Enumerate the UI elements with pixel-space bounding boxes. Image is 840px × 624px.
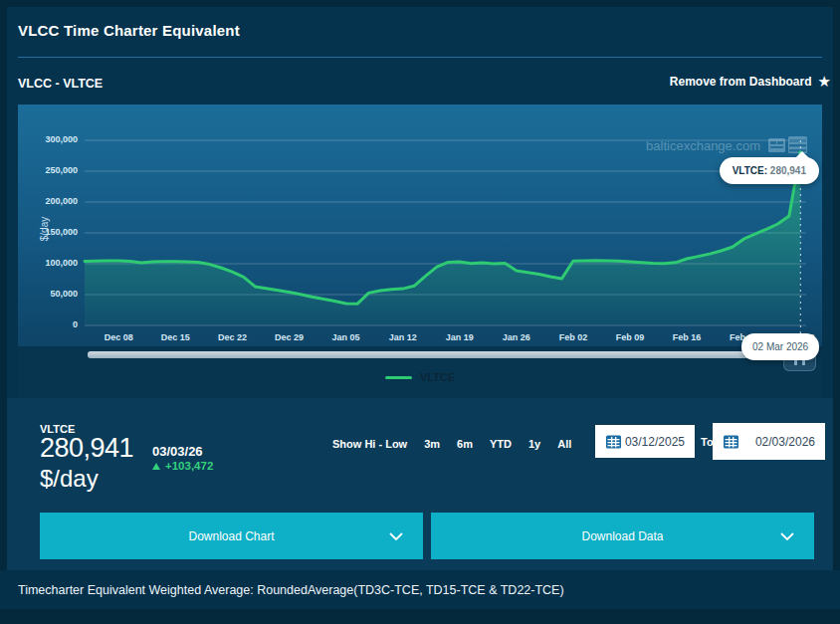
remove-from-dashboard-label: Remove from Dashboard	[670, 75, 812, 89]
date-to-value: 02/03/2026	[755, 435, 815, 449]
y-tick-label: 150,000	[18, 227, 78, 237]
stat-change-value: +103,472	[165, 460, 213, 472]
chart-scrollbar-track[interactable]	[88, 351, 781, 358]
range-buttons: 3m6mYTD1yAll	[424, 438, 571, 450]
remove-from-dashboard-button[interactable]: Remove from Dashboard ★	[670, 75, 831, 89]
legend-line-swatch	[385, 376, 412, 379]
tooltip-series-label: VLTCE:	[733, 165, 767, 176]
date-from-value: 03/12/2025	[625, 435, 685, 449]
download-data-label: Download Data	[581, 529, 663, 543]
range-button-3m[interactable]: 3m	[424, 438, 440, 450]
crosshair-date-label: 02 Mar 2026	[741, 333, 819, 360]
dashboard-widget: VLCC Time Charter Equivalent VLCC - VLTC…	[7, 7, 833, 570]
stat-change: +103,472	[152, 460, 213, 472]
chart-panel: balticexchange.com $/day 300,000250,0002…	[18, 104, 822, 398]
header-divider	[18, 57, 822, 58]
footer: Timecharter Equivalent Weighted Average:…	[0, 570, 840, 609]
legend-item-vltce[interactable]: VLTCE	[18, 371, 822, 383]
stat-date: 03/03/26	[152, 444, 203, 459]
page-title: VLCC Time Charter Equivalent	[18, 22, 240, 39]
star-icon[interactable]: ★	[818, 75, 831, 89]
footer-note: Timecharter Equivalent Weighted Average:…	[18, 583, 564, 597]
y-tick-label: 300,000	[18, 134, 78, 144]
y-tick-label: 0	[18, 319, 78, 329]
vltce-area-chart[interactable]	[85, 140, 806, 353]
range-button-6m[interactable]: 6m	[457, 438, 473, 450]
chart-tooltip: VLTCE: 280,941	[720, 157, 819, 184]
stat-current-value: 280,941	[40, 433, 133, 464]
y-tick-label: 200,000	[18, 196, 78, 206]
chart-title: VLCC - VLTCE	[18, 77, 103, 91]
range-button-1y[interactable]: 1y	[528, 438, 540, 450]
download-chart-button[interactable]: Download Chart	[40, 513, 423, 559]
y-tick-label: 50,000	[18, 289, 78, 299]
chevron-down-icon	[389, 532, 403, 540]
tooltip-value: 280,941	[770, 165, 806, 176]
series-area-fill	[85, 152, 800, 325]
arrow-up-icon	[152, 463, 160, 470]
download-data-button[interactable]: Download Data	[431, 513, 814, 559]
page: { "header": { "title": "VLCC Time Charte…	[0, 0, 840, 624]
y-tick-label: 100,000	[18, 258, 78, 268]
show-hi-low-toggle[interactable]: Show Hi - Low	[332, 438, 407, 450]
chevron-down-icon	[780, 532, 794, 540]
calendar-icon	[723, 434, 739, 450]
legend-label: VLTCE	[420, 371, 455, 383]
download-chart-label: Download Chart	[188, 529, 274, 543]
info-panel: VLTCE 280,941 $/day 03/03/26 +103,472 Sh…	[7, 398, 833, 570]
date-to-input[interactable]: 02/03/2026	[713, 423, 825, 460]
calendar-icon	[605, 434, 622, 450]
stat-unit: $/day	[40, 465, 99, 493]
date-from-input[interactable]: 03/12/2025	[593, 423, 697, 460]
y-tick-label: 250,000	[18, 165, 78, 175]
range-selector: Show Hi - Low 3m6mYTD1yAll	[332, 438, 571, 450]
range-button-all[interactable]: All	[557, 438, 571, 450]
to-label: To	[701, 436, 714, 448]
range-button-ytd[interactable]: YTD	[490, 438, 512, 450]
